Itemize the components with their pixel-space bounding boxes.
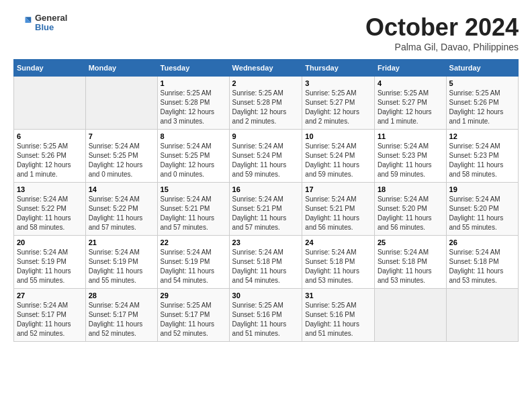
day-info: Sunrise: 5:25 AM Sunset: 5:27 PM Dayligh…: [378, 89, 443, 126]
day-number: 28: [89, 291, 154, 300]
day-number: 13: [17, 185, 83, 193]
calendar-week-row: 13Sunrise: 5:24 AM Sunset: 5:22 PM Dayli…: [14, 183, 519, 236]
calendar-cell: 29Sunrise: 5:25 AM Sunset: 5:17 PM Dayli…: [157, 289, 229, 342]
calendar-cell: 30Sunrise: 5:25 AM Sunset: 5:16 PM Dayli…: [229, 289, 302, 342]
day-info: Sunrise: 5:24 AM Sunset: 5:18 PM Dayligh…: [378, 248, 443, 285]
day-info: Sunrise: 5:24 AM Sunset: 5:23 PM Dayligh…: [378, 142, 443, 179]
calendar-cell: 23Sunrise: 5:24 AM Sunset: 5:18 PM Dayli…: [229, 236, 302, 289]
calendar-cell: 14Sunrise: 5:24 AM Sunset: 5:22 PM Dayli…: [85, 183, 157, 236]
day-number: 3: [305, 79, 371, 87]
calendar-cell: 27Sunrise: 5:24 AM Sunset: 5:17 PM Dayli…: [14, 289, 86, 342]
calendar-cell: 1Sunrise: 5:25 AM Sunset: 5:28 PM Daylig…: [157, 77, 229, 130]
day-info: Sunrise: 5:24 AM Sunset: 5:17 PM Dayligh…: [17, 301, 83, 338]
day-number: 5: [449, 79, 515, 87]
day-number: 1: [161, 79, 226, 87]
calendar-cell: 6Sunrise: 5:25 AM Sunset: 5:26 PM Daylig…: [14, 130, 86, 183]
day-info: Sunrise: 5:24 AM Sunset: 5:24 PM Dayligh…: [305, 142, 371, 179]
calendar-cell: 16Sunrise: 5:24 AM Sunset: 5:21 PM Dayli…: [229, 183, 302, 236]
day-info: Sunrise: 5:24 AM Sunset: 5:18 PM Dayligh…: [232, 248, 300, 285]
day-number: 16: [232, 185, 300, 193]
title-area: October 2024 Palma Gil, Davao, Philippin…: [365, 13, 519, 52]
day-number: 31: [305, 291, 371, 300]
day-info: Sunrise: 5:24 AM Sunset: 5:19 PM Dayligh…: [89, 248, 154, 285]
day-info: Sunrise: 5:24 AM Sunset: 5:20 PM Dayligh…: [378, 195, 443, 232]
day-info: Sunrise: 5:24 AM Sunset: 5:17 PM Dayligh…: [89, 301, 154, 338]
location: Palma Gil, Davao, Philippines: [365, 42, 519, 52]
calendar-cell: 2Sunrise: 5:25 AM Sunset: 5:28 PM Daylig…: [229, 77, 302, 130]
day-number: 6: [17, 132, 83, 140]
day-info: Sunrise: 5:24 AM Sunset: 5:24 PM Dayligh…: [232, 142, 300, 179]
weekday-header: Thursday: [302, 60, 375, 77]
page-header: General Blue October 2024 Palma Gil, Dav…: [13, 13, 519, 52]
calendar-cell: 18Sunrise: 5:24 AM Sunset: 5:20 PM Dayli…: [374, 183, 446, 236]
day-info: Sunrise: 5:24 AM Sunset: 5:19 PM Dayligh…: [17, 248, 83, 285]
calendar-week-row: 20Sunrise: 5:24 AM Sunset: 5:19 PM Dayli…: [14, 236, 519, 289]
calendar-cell: [14, 77, 86, 130]
day-info: Sunrise: 5:24 AM Sunset: 5:25 PM Dayligh…: [161, 142, 226, 179]
calendar-cell: [85, 77, 157, 130]
day-info: Sunrise: 5:24 AM Sunset: 5:21 PM Dayligh…: [232, 195, 300, 232]
weekday-header: Wednesday: [229, 60, 302, 77]
day-info: Sunrise: 5:24 AM Sunset: 5:20 PM Dayligh…: [449, 195, 515, 232]
day-info: Sunrise: 5:24 AM Sunset: 5:22 PM Dayligh…: [89, 195, 154, 232]
logo-line2: Blue: [35, 23, 67, 32]
day-info: Sunrise: 5:24 AM Sunset: 5:25 PM Dayligh…: [89, 142, 154, 179]
calendar-cell: 26Sunrise: 5:24 AM Sunset: 5:18 PM Dayli…: [446, 236, 518, 289]
day-number: 17: [305, 185, 371, 193]
calendar-week-row: 27Sunrise: 5:24 AM Sunset: 5:17 PM Dayli…: [14, 289, 519, 342]
day-number: 10: [305, 132, 371, 140]
day-info: Sunrise: 5:24 AM Sunset: 5:19 PM Dayligh…: [161, 248, 226, 285]
calendar-cell: 9Sunrise: 5:24 AM Sunset: 5:24 PM Daylig…: [229, 130, 302, 183]
day-number: 18: [378, 185, 443, 193]
day-number: 30: [232, 291, 300, 300]
logo-text: General Blue: [35, 13, 67, 33]
calendar-cell: 17Sunrise: 5:24 AM Sunset: 5:21 PM Dayli…: [302, 183, 375, 236]
day-number: 22: [161, 238, 226, 246]
day-info: Sunrise: 5:25 AM Sunset: 5:26 PM Dayligh…: [449, 89, 515, 126]
day-number: 11: [378, 132, 443, 140]
calendar-header: SundayMondayTuesdayWednesdayThursdayFrid…: [14, 60, 519, 77]
calendar-cell: 4Sunrise: 5:25 AM Sunset: 5:27 PM Daylig…: [374, 77, 446, 130]
day-info: Sunrise: 5:25 AM Sunset: 5:16 PM Dayligh…: [305, 301, 371, 338]
day-info: Sunrise: 5:25 AM Sunset: 5:26 PM Dayligh…: [17, 142, 83, 179]
day-info: Sunrise: 5:24 AM Sunset: 5:21 PM Dayligh…: [305, 195, 371, 232]
calendar-cell: 19Sunrise: 5:24 AM Sunset: 5:20 PM Dayli…: [446, 183, 518, 236]
calendar-cell: 12Sunrise: 5:24 AM Sunset: 5:23 PM Dayli…: [446, 130, 518, 183]
logo-line1: General: [35, 13, 67, 23]
calendar-cell: 7Sunrise: 5:24 AM Sunset: 5:25 PM Daylig…: [85, 130, 157, 183]
day-number: 29: [161, 291, 226, 300]
calendar-cell: 15Sunrise: 5:24 AM Sunset: 5:21 PM Dayli…: [157, 183, 229, 236]
day-number: 14: [89, 185, 154, 193]
day-number: 7: [89, 132, 154, 140]
weekday-header: Monday: [85, 60, 157, 77]
calendar-table: SundayMondayTuesdayWednesdayThursdayFrid…: [13, 59, 519, 342]
day-info: Sunrise: 5:25 AM Sunset: 5:28 PM Dayligh…: [161, 89, 226, 126]
day-info: Sunrise: 5:25 AM Sunset: 5:16 PM Dayligh…: [232, 301, 300, 338]
day-info: Sunrise: 5:25 AM Sunset: 5:17 PM Dayligh…: [161, 301, 226, 338]
day-number: 26: [449, 238, 515, 246]
day-info: Sunrise: 5:25 AM Sunset: 5:28 PM Dayligh…: [232, 89, 300, 126]
logo-icon: [13, 13, 32, 32]
day-number: 20: [17, 238, 83, 246]
calendar-cell: 3Sunrise: 5:25 AM Sunset: 5:27 PM Daylig…: [302, 77, 375, 130]
calendar-cell: 22Sunrise: 5:24 AM Sunset: 5:19 PM Dayli…: [157, 236, 229, 289]
weekday-header: Sunday: [14, 60, 86, 77]
calendar-week-row: 6Sunrise: 5:25 AM Sunset: 5:26 PM Daylig…: [14, 130, 519, 183]
weekday-header: Tuesday: [157, 60, 229, 77]
calendar-cell: [446, 289, 518, 342]
weekday-header: Friday: [374, 60, 446, 77]
day-number: 19: [449, 185, 515, 193]
day-number: 2: [232, 79, 300, 87]
day-info: Sunrise: 5:24 AM Sunset: 5:18 PM Dayligh…: [449, 248, 515, 285]
day-number: 9: [232, 132, 300, 140]
day-info: Sunrise: 5:24 AM Sunset: 5:22 PM Dayligh…: [17, 195, 83, 232]
logo: General Blue: [13, 13, 67, 33]
calendar-cell: 11Sunrise: 5:24 AM Sunset: 5:23 PM Dayli…: [374, 130, 446, 183]
day-info: Sunrise: 5:24 AM Sunset: 5:23 PM Dayligh…: [449, 142, 515, 179]
calendar-cell: 8Sunrise: 5:24 AM Sunset: 5:25 PM Daylig…: [157, 130, 229, 183]
day-number: 25: [378, 238, 443, 246]
day-number: 23: [232, 238, 300, 246]
day-number: 8: [161, 132, 226, 140]
calendar-cell: 21Sunrise: 5:24 AM Sunset: 5:19 PM Dayli…: [85, 236, 157, 289]
day-number: 27: [17, 291, 83, 300]
